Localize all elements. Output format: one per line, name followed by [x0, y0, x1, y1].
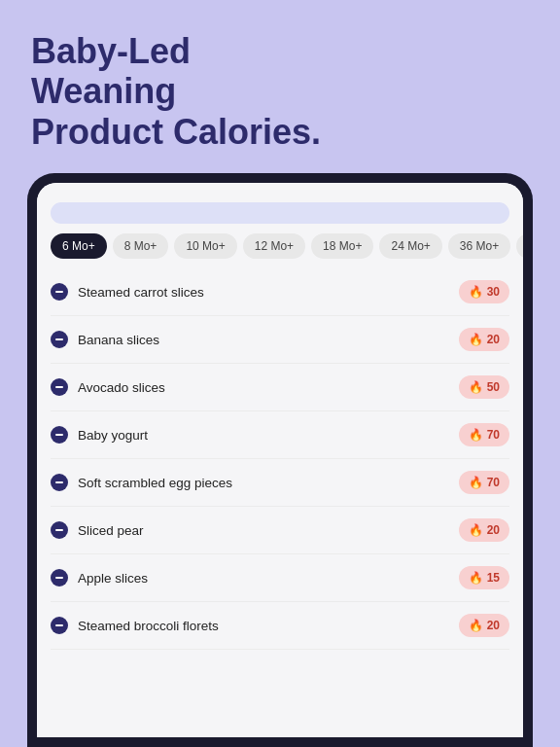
- food-item: Soft scrambled egg pieces 🔥 70: [51, 459, 509, 507]
- food-item-left: Soft scrambled egg pieces: [51, 474, 232, 491]
- food-item-left: Apple slices: [51, 569, 148, 587]
- age-tab-10-mo+[interactable]: 10 Mo+: [174, 233, 236, 259]
- food-dot: [51, 617, 68, 634]
- food-name: Steamed carrot slices: [78, 285, 204, 300]
- calorie-badge: 🔥 70: [459, 423, 509, 446]
- food-list: Steamed carrot slices 🔥 30 Banana slices…: [37, 268, 523, 737]
- food-dot: [51, 474, 68, 491]
- calorie-badge: 🔥 50: [459, 375, 509, 399]
- tablet-screen: 6 Mo+8 Mo+10 Mo+12 Mo+18 Mo+24 Mo+36 Mo+…: [37, 183, 523, 737]
- food-item: Banana slices 🔥 20: [51, 316, 509, 364]
- tablet-device: 6 Mo+8 Mo+10 Mo+12 Mo+18 Mo+24 Mo+36 Mo+…: [27, 173, 533, 747]
- food-name: Apple slices: [78, 571, 148, 586]
- food-name: Banana slices: [78, 333, 159, 347]
- flame-icon: 🔥: [469, 428, 483, 442]
- age-tab-24-mo+[interactable]: 24 Mo+: [379, 233, 441, 259]
- food-item: Baby yogurt 🔥 70: [51, 411, 509, 459]
- flame-icon: 🔥: [469, 619, 483, 632]
- food-item-left: Sliced pear: [51, 521, 144, 539]
- calorie-badge: 🔥 20: [459, 328, 509, 351]
- food-dot: [51, 521, 68, 539]
- food-dot: [51, 378, 68, 396]
- flame-icon: 🔥: [469, 285, 483, 299]
- food-name: Avocado slices: [78, 380, 165, 395]
- age-tab-18-mo+[interactable]: 18 Mo+: [311, 233, 373, 259]
- food-item-left: Avocado slices: [51, 378, 165, 396]
- food-dot: [51, 331, 68, 348]
- calorie-badge: 🔥 70: [459, 471, 509, 494]
- calorie-value: 20: [487, 523, 500, 537]
- age-tab-12-mo+[interactable]: 12 Mo+: [243, 233, 305, 259]
- calorie-value: 20: [487, 619, 500, 632]
- food-name: Steamed broccoli florets: [78, 619, 219, 633]
- hero-title: Baby-LedWeaningProduct Calories.: [31, 31, 529, 152]
- food-item-left: Steamed carrot slices: [51, 283, 204, 301]
- flame-icon: 🔥: [469, 380, 483, 394]
- food-item-left: Banana slices: [51, 331, 159, 348]
- food-item: Apple slices 🔥 15: [51, 554, 509, 602]
- calorie-value: 70: [487, 428, 500, 442]
- food-item: Steamed broccoli florets 🔥 20: [51, 602, 509, 650]
- food-dot: [51, 569, 68, 587]
- flame-icon: 🔥: [469, 333, 483, 346]
- age-tabs: 6 Mo+8 Mo+10 Mo+12 Mo+18 Mo+24 Mo+36 Mo+…: [37, 233, 523, 268]
- food-dot: [51, 426, 68, 444]
- banner: [51, 202, 509, 224]
- flame-icon: 🔥: [469, 571, 483, 585]
- calorie-badge: 🔥 15: [459, 566, 509, 589]
- food-item: Sliced pear 🔥 20: [51, 507, 509, 554]
- top-bar: [37, 183, 523, 202]
- flame-icon: 🔥: [469, 476, 483, 489]
- age-tab-8-mo+[interactable]: 8 Mo+: [113, 233, 169, 259]
- age-tab-36-mo+[interactable]: 36 Mo+: [448, 233, 510, 259]
- calorie-value: 20: [487, 333, 500, 346]
- calorie-value: 70: [487, 476, 500, 489]
- calorie-value: 15: [487, 571, 500, 585]
- food-dot: [51, 283, 68, 301]
- calorie-badge: 🔥 20: [459, 518, 509, 542]
- age-tab-48-mo+[interactable]: 48 Mo+: [516, 233, 523, 259]
- food-item: Avocado slices 🔥 50: [51, 364, 509, 411]
- food-item-left: Baby yogurt: [51, 426, 148, 444]
- food-item: Steamed carrot slices 🔥 30: [51, 268, 509, 316]
- age-tab-6-mo+[interactable]: 6 Mo+: [51, 233, 107, 259]
- calorie-value: 30: [487, 285, 500, 299]
- food-name: Baby yogurt: [78, 428, 148, 443]
- flame-icon: 🔥: [469, 523, 483, 537]
- food-name: Soft scrambled egg pieces: [78, 476, 232, 490]
- calorie-value: 50: [487, 380, 500, 394]
- food-name: Sliced pear: [78, 523, 144, 538]
- calorie-badge: 🔥 30: [459, 280, 509, 303]
- calorie-badge: 🔥 20: [459, 614, 509, 637]
- food-item-left: Steamed broccoli florets: [51, 617, 219, 634]
